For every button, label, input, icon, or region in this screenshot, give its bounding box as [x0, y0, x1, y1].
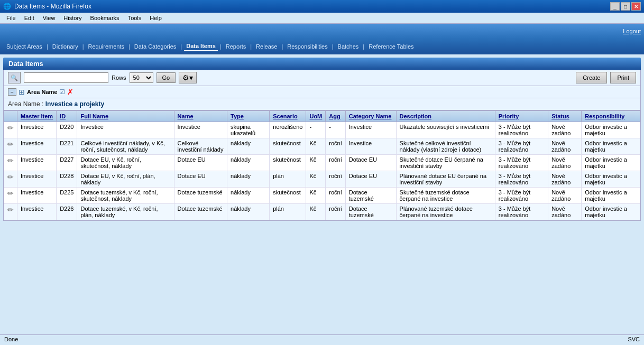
cell-description: Plánované tuzemské dotace čerpané na inv…	[396, 204, 495, 220]
window-title-text: Data Items - Mozilla Firefox	[14, 3, 91, 10]
tab-requirements[interactable]: Requirements	[86, 42, 126, 51]
edit-icon[interactable]: ✏	[4, 138, 17, 155]
tab-data-categories[interactable]: Data Categories	[132, 42, 179, 51]
cell-status: Nově zadáno	[548, 122, 582, 138]
cell-category-name: Investice	[345, 138, 396, 155]
edit-icon[interactable]: ✏	[4, 204, 17, 220]
cell-agg: roční	[326, 188, 345, 204]
tab-reference-tables[interactable]: Reference Tables	[366, 42, 416, 51]
logout-link[interactable]: Logout	[623, 28, 641, 34]
cell-master-item: Investice	[17, 138, 57, 155]
tab-dictionary[interactable]: Dictionary	[50, 42, 80, 51]
rows-select[interactable]: 10 25 50 100	[130, 72, 153, 83]
nav-sep-8: |	[332, 43, 334, 50]
cell-responsibility: Odbor investic a majetku	[582, 188, 640, 204]
print-button[interactable]: Print	[610, 72, 636, 83]
minimize-button[interactable]: _	[610, 2, 620, 11]
menu-file[interactable]: File	[2, 14, 20, 22]
nav-tabs: Subject Areas | Dictionary | Requirement…	[0, 39, 644, 54]
col-responsibility[interactable]: Responsibility	[582, 111, 640, 122]
col-status[interactable]: Status	[548, 111, 582, 122]
cell-uom: Kč	[306, 188, 326, 204]
tab-batches[interactable]: Batches	[336, 42, 361, 51]
cell-id: D228	[57, 171, 77, 188]
col-scenario[interactable]: Scenario	[270, 111, 306, 122]
table-header-row: Master Item ID Full Name Name Type Scena…	[4, 111, 640, 122]
tab-reports[interactable]: Reports	[224, 42, 249, 51]
nav-sep-2: |	[82, 43, 84, 50]
col-category-name[interactable]: Category Name	[345, 111, 396, 122]
maximize-button[interactable]: □	[621, 2, 630, 11]
search-input[interactable]	[24, 72, 108, 83]
section-title: Data Items	[8, 60, 43, 68]
search-icon: 🔍	[11, 74, 18, 81]
col-uom[interactable]: UoM	[306, 111, 326, 122]
page-content: Data Items 🔍 Rows 10 25 50 100 Go ⚙▾ Cre…	[0, 54, 644, 334]
gear-button[interactable]: ⚙▾	[179, 72, 197, 83]
cell-category-name: Dotace tuzemské	[345, 188, 396, 204]
window-titlebar: 🌐 Data Items - Mozilla Firefox _ □ ✕	[0, 0, 644, 13]
cell-full-name: Dotace EU, v Kč, roční, plán, náklady	[77, 171, 174, 188]
go-button[interactable]: Go	[157, 72, 176, 83]
col-full-name[interactable]: Full Name	[77, 111, 174, 122]
cell-scenario: skutečnost	[270, 138, 306, 155]
tab-release[interactable]: Release	[254, 42, 279, 51]
cell-status: Nově zadáno	[548, 138, 582, 155]
cell-agg: roční	[326, 171, 345, 188]
collapse-button[interactable]: −	[8, 88, 16, 96]
data-table-wrapper[interactable]: Master Item ID Full Name Name Type Scena…	[3, 110, 641, 221]
cell-name: Celkové investiční náklady	[174, 138, 227, 155]
cell-responsibility: Odbor investic a majetku	[582, 122, 640, 138]
cell-type: náklady	[227, 138, 270, 155]
col-edit	[4, 111, 17, 122]
rows-label: Rows	[112, 74, 126, 81]
nav-sep-9: |	[363, 43, 364, 50]
cell-name: Dotace tuzemské	[174, 188, 227, 204]
delete-filter-icon[interactable]: ✗	[67, 88, 73, 96]
edit-icon[interactable]: ✏	[4, 155, 17, 171]
menu-edit[interactable]: Edit	[20, 14, 39, 22]
cell-full-name: Investice	[77, 122, 174, 138]
cell-name: Dotace tuzemské	[174, 204, 227, 220]
menu-view[interactable]: View	[39, 14, 60, 22]
cell-master-item: Investice	[17, 122, 57, 138]
col-priority[interactable]: Priority	[495, 111, 548, 122]
checkbox-icon[interactable]: ☑	[59, 88, 65, 96]
tab-subject-areas[interactable]: Subject Areas	[4, 42, 44, 51]
cell-description: Skutečné celkové investiční náklady (vla…	[396, 138, 495, 155]
col-type[interactable]: Type	[227, 111, 270, 122]
cell-master-item: Investice	[17, 171, 57, 188]
cell-id: D225	[57, 188, 77, 204]
edit-icon[interactable]: ✏	[4, 122, 17, 138]
search-icon-box[interactable]: 🔍	[8, 72, 21, 83]
close-button[interactable]: ✕	[631, 2, 641, 11]
menu-bookmarks[interactable]: Bookmarks	[86, 14, 124, 22]
cell-description: Skutečné tuzemské dotace čerpané na inve…	[396, 188, 495, 204]
tab-data-items[interactable]: Data Items	[184, 42, 218, 51]
data-table: Master Item ID Full Name Name Type Scena…	[4, 110, 640, 220]
cell-responsibility: Odbor investic a majetku	[582, 138, 640, 155]
cell-name: Dotace EU	[174, 155, 227, 171]
cell-full-name: Celkové investiční náklady, v Kč, roční,…	[77, 138, 174, 155]
cell-scenario: skutečnost	[270, 155, 306, 171]
col-description[interactable]: Description	[396, 111, 495, 122]
col-id[interactable]: ID	[57, 111, 77, 122]
tab-responsibilities[interactable]: Responsibilities	[285, 42, 329, 51]
edit-icon[interactable]: ✏	[4, 171, 17, 188]
menu-help[interactable]: Help	[145, 14, 166, 22]
browser-toolbar: Logout	[0, 24, 644, 39]
area-name-value: Investice a projekty	[45, 100, 104, 108]
cell-master-item: Investice	[17, 155, 57, 171]
col-master-item[interactable]: Master Item	[17, 111, 57, 122]
cell-name: Dotace EU	[174, 171, 227, 188]
menu-tools[interactable]: Tools	[124, 14, 146, 22]
col-name[interactable]: Name	[174, 111, 227, 122]
col-agg[interactable]: Agg	[326, 111, 345, 122]
cell-responsibility: Odbor investic a majetku	[582, 155, 640, 171]
menu-history[interactable]: History	[59, 14, 86, 22]
window-title: 🌐 Data Items - Mozilla Firefox	[3, 3, 91, 10]
cell-status: Nově zadáno	[548, 188, 582, 204]
create-button[interactable]: Create	[576, 72, 607, 83]
edit-icon[interactable]: ✏	[4, 188, 17, 204]
cell-type: náklady	[227, 155, 270, 171]
